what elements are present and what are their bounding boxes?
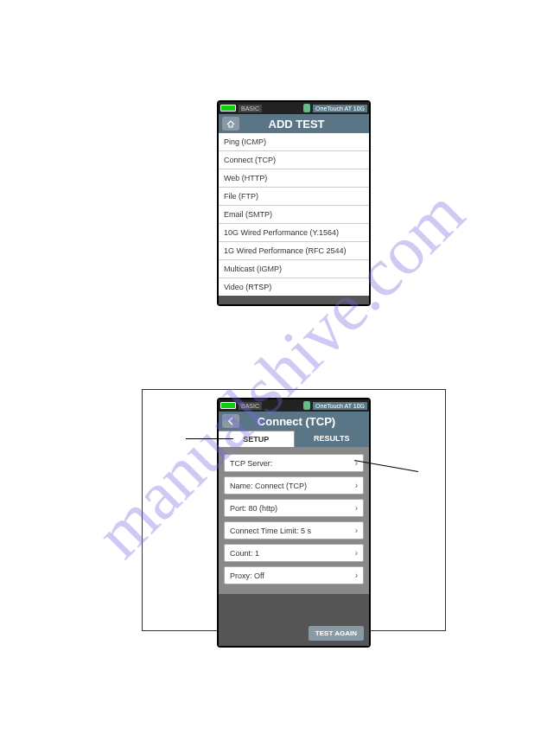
row-label: Count: 1 xyxy=(230,549,259,558)
list-item[interactable]: 1G Wired Performance (RFC 2544) xyxy=(219,242,369,260)
test-type-list: Ping (ICMP) Connect (TCP) Web (HTTP) Fil… xyxy=(219,133,369,296)
screen-header: Connect (TCP) xyxy=(219,412,369,431)
tab-results[interactable]: RESULTS xyxy=(295,431,370,447)
row-label: Name: Connect (TCP) xyxy=(230,482,307,490)
list-item[interactable]: Video (RTSP) xyxy=(219,278,369,296)
device-label: OneTouch AT 10G xyxy=(313,105,367,112)
form-panel: TCP Server: › Name: Connect (TCP) › Port… xyxy=(219,447,369,594)
list-item[interactable]: File (FTP) xyxy=(219,188,369,206)
row-label: Connect Time Limit: 5 s xyxy=(230,527,311,535)
device-label: OneTouch AT 10G xyxy=(313,402,367,410)
row-count[interactable]: Count: 1 › xyxy=(224,544,364,562)
basic-tag: BASIC xyxy=(239,402,262,410)
footer-bar xyxy=(219,296,369,304)
row-label: TCP Server: xyxy=(230,459,272,468)
battery-icon xyxy=(220,402,236,409)
page-title: ADD TEST xyxy=(245,118,366,131)
page-title: Connect (TCP) xyxy=(245,415,366,428)
row-name[interactable]: Name: Connect (TCP) › xyxy=(224,476,364,495)
list-item[interactable]: Web (HTTP) xyxy=(219,169,369,188)
row-proxy[interactable]: Proxy: Off › xyxy=(224,566,364,584)
chevron-right-icon: › xyxy=(355,481,358,490)
list-item[interactable]: Multicast (IGMP) xyxy=(219,260,369,278)
basic-tag: BASIC xyxy=(239,105,262,112)
row-tcp-server[interactable]: TCP Server: › xyxy=(224,454,364,472)
footer-bar: TEST AGAIN xyxy=(219,594,369,646)
device-screenshot-add-test: BASIC OneTouch AT 10G ADD TEST Ping (ICM… xyxy=(217,100,371,306)
annotation-line xyxy=(186,438,233,439)
chevron-right-icon: › xyxy=(355,571,358,580)
connection-icon xyxy=(303,104,310,112)
status-bar: BASIC OneTouch AT 10G xyxy=(219,399,369,412)
list-item[interactable]: Email (SMTP) xyxy=(219,206,369,224)
row-port[interactable]: Port: 80 (http) › xyxy=(224,499,364,517)
row-label: Port: 80 (http) xyxy=(230,504,277,513)
tab-bar: SETUP RESULTS xyxy=(219,431,369,447)
chevron-right-icon: › xyxy=(355,548,358,558)
battery-icon xyxy=(220,105,236,112)
connection-icon xyxy=(303,401,310,410)
chevron-right-icon: › xyxy=(355,503,358,513)
row-time-limit[interactable]: Connect Time Limit: 5 s › xyxy=(224,521,364,540)
chevron-right-icon: › xyxy=(355,526,358,535)
home-button[interactable] xyxy=(222,117,239,131)
test-again-button[interactable]: TEST AGAIN xyxy=(309,626,364,641)
status-bar: BASIC OneTouch AT 10G xyxy=(219,102,369,114)
screen-header: ADD TEST xyxy=(219,114,369,133)
list-item[interactable]: Ping (ICMP) xyxy=(219,133,369,151)
list-item[interactable]: Connect (TCP) xyxy=(219,151,369,169)
list-item[interactable]: 10G Wired Performance (Y.1564) xyxy=(219,224,369,242)
back-button[interactable] xyxy=(222,414,239,428)
device-screenshot-connect-tcp: BASIC OneTouch AT 10G Connect (TCP) SETU… xyxy=(217,398,371,648)
row-label: Proxy: Off xyxy=(230,571,264,580)
